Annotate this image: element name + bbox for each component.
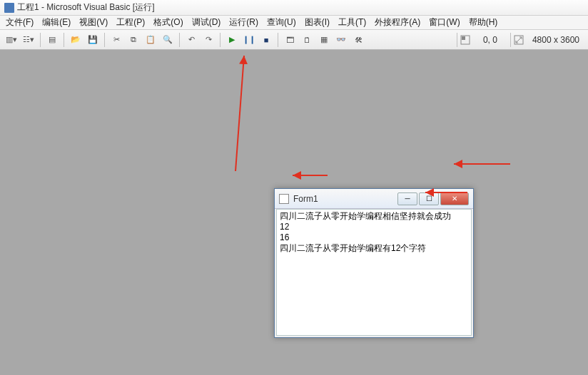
menu-project[interactable]: 工程(P) bbox=[112, 15, 149, 30]
menu-addins[interactable]: 外接程序(A) bbox=[370, 15, 425, 30]
pause-button[interactable]: ❙❙ bbox=[241, 32, 257, 48]
separator bbox=[104, 33, 105, 47]
paste-button[interactable]: 📋 bbox=[143, 32, 158, 48]
size-display: 4800 x 3600 bbox=[527, 34, 585, 46]
annotation-arrow-3 bbox=[288, 170, 331, 181]
save-button[interactable]: 💾 bbox=[85, 32, 101, 48]
form1-client-area[interactable]: 四川二流子从零开始学编程相信坚持就会成功 12 16 四川二流子从零开始学编程有… bbox=[276, 209, 472, 336]
project-explorer-button[interactable]: 🗔 bbox=[282, 32, 298, 48]
menu-debug[interactable]: 调试(D) bbox=[188, 15, 225, 30]
form-icon bbox=[279, 194, 289, 204]
menu-edit[interactable]: 编辑(E) bbox=[38, 15, 75, 30]
toolbar: ▥▾ ☷▾ ▤ 📂 💾 ✂ ⧉ 📋 🔍 ↶ ↷ ▶ ❙❙ ■ 🗔 🗒 ▦ 👓 🛠… bbox=[0, 30, 588, 50]
separator bbox=[278, 33, 278, 47]
close-button[interactable]: ✕ bbox=[440, 192, 469, 205]
menu-view[interactable]: 视图(V) bbox=[75, 15, 112, 30]
size-icon bbox=[514, 35, 524, 45]
menu-format[interactable]: 格式(O) bbox=[149, 15, 187, 30]
toolbox-button[interactable]: 🛠 bbox=[350, 32, 366, 48]
separator bbox=[510, 33, 511, 47]
output-line-2: 12 bbox=[280, 222, 468, 232]
separator bbox=[220, 33, 220, 47]
open-button[interactable]: 📂 bbox=[68, 32, 83, 48]
coordinates-display: 0, 0 bbox=[473, 34, 507, 46]
cut-button[interactable]: ✂ bbox=[108, 32, 124, 48]
form1-title: Form1 bbox=[293, 194, 397, 204]
form1-titlebar[interactable]: Form1 ─ ☐ ✕ bbox=[275, 189, 473, 209]
menu-query[interactable]: 查询(U) bbox=[263, 15, 300, 30]
menu-window[interactable]: 窗口(W) bbox=[425, 15, 464, 30]
menu-editor-button[interactable]: ▤ bbox=[44, 32, 60, 48]
menu-file[interactable]: 文件(F) bbox=[1, 15, 38, 30]
app-title: 工程1 - Microsoft Visual Basic [运行] bbox=[17, 1, 155, 14]
undo-button[interactable]: ↶ bbox=[183, 32, 199, 48]
separator bbox=[179, 33, 180, 47]
add-form-button[interactable]: ☷▾ bbox=[21, 32, 36, 48]
separator bbox=[64, 33, 64, 47]
separator bbox=[457, 33, 457, 47]
svg-rect-1 bbox=[462, 36, 465, 40]
form1-window[interactable]: Form1 ─ ☐ ✕ 四川二流子从零开始学编程相信坚持就会成功 12 16 四… bbox=[274, 188, 474, 338]
separator bbox=[40, 33, 41, 47]
properties-button[interactable]: 🗒 bbox=[299, 32, 315, 48]
output-line-1: 四川二流子从零开始学编程相信坚持就会成功 bbox=[280, 211, 468, 222]
form-layout-button[interactable]: ▦ bbox=[316, 32, 332, 48]
maximize-button[interactable]: ☐ bbox=[419, 192, 439, 205]
object-browser-button[interactable]: 👓 bbox=[333, 32, 349, 48]
copy-button[interactable]: ⧉ bbox=[126, 32, 141, 48]
menu-diagram[interactable]: 图表(I) bbox=[300, 15, 334, 30]
app-titlebar: 工程1 - Microsoft Visual Basic [运行] bbox=[0, 0, 588, 16]
menubar: 文件(F) 编辑(E) 视图(V) 工程(P) 格式(O) 调试(D) 运行(R… bbox=[0, 16, 588, 30]
svg-line-3 bbox=[235, 56, 244, 171]
stop-button[interactable]: ■ bbox=[258, 32, 274, 48]
menu-help[interactable]: 帮助(H) bbox=[465, 15, 502, 30]
output-line-3: 16 bbox=[280, 232, 468, 243]
mdi-client-area: Form1 ─ ☐ ✕ 四川二流子从零开始学编程相信坚持就会成功 12 16 四… bbox=[0, 50, 588, 375]
redo-button[interactable]: ↷ bbox=[201, 32, 216, 48]
minimize-button[interactable]: ─ bbox=[397, 192, 417, 205]
position-icon bbox=[460, 35, 470, 45]
add-project-button[interactable]: ▥▾ bbox=[4, 32, 19, 48]
run-button[interactable]: ▶ bbox=[224, 32, 240, 48]
find-button[interactable]: 🔍 bbox=[160, 32, 176, 48]
annotation-arrow-1 bbox=[200, 50, 257, 178]
menu-run[interactable]: 运行(R) bbox=[225, 15, 263, 30]
output-line-4: 四川二流子从零开始学编程有12个字符 bbox=[280, 243, 468, 254]
app-icon bbox=[4, 3, 14, 13]
annotation-arrow-2 bbox=[450, 157, 514, 171]
menu-tools[interactable]: 工具(T) bbox=[334, 15, 370, 30]
